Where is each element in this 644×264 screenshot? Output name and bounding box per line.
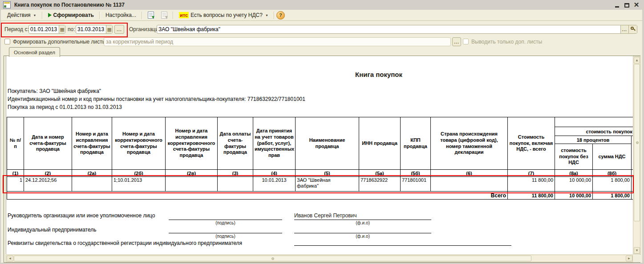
calendar-icon[interactable]: ▦ bbox=[106, 25, 112, 33]
vertical-scroll-thumb[interactable] bbox=[634, 64, 640, 221]
purchase-book-table: № п/п Дата и номер счета-фактуры продавц… bbox=[7, 117, 633, 200]
cell-vat[interactable]: 1 800,00 bbox=[593, 177, 632, 192]
col-header: ИНН продавца bbox=[359, 117, 401, 170]
its-help-button[interactable]: итс Есть вопросы по учету НДС? ▼ bbox=[175, 11, 272, 20]
cell-net[interactable]: 10 000,00 bbox=[555, 177, 593, 192]
scroll-up-icon[interactable]: ▲ bbox=[634, 57, 640, 64]
cell-total-with-vat[interactable]: 11 800,00 bbox=[508, 177, 555, 192]
generate-label: Сформировать bbox=[53, 12, 94, 18]
cell-row-number[interactable]: 1 bbox=[7, 177, 24, 192]
cell-corrective[interactable]: 1;10.01.2013 bbox=[112, 177, 166, 192]
col-code: (3) bbox=[218, 170, 253, 177]
cell-corrective-fix[interactable] bbox=[166, 177, 218, 192]
minimize-icon[interactable] bbox=[614, 2, 620, 8]
totals-net: 10 000,00 bbox=[555, 192, 593, 200]
cell-invoice[interactable]: 24.12.2012;56 bbox=[24, 177, 72, 192]
period-from-input[interactable] bbox=[29, 26, 59, 32]
its-badge: итс bbox=[179, 12, 189, 18]
only-extra-sheets-checkbox[interactable] bbox=[463, 39, 469, 44]
period-more-button[interactable]: ... bbox=[114, 25, 124, 34]
col-header: Дата принятия на учет товаров (работ, ус… bbox=[253, 117, 296, 170]
col-code: (5а) bbox=[359, 170, 401, 177]
report-taxid-line: Идентификационный номер и код причины по… bbox=[8, 96, 305, 102]
entrepreneur-label: Индивидуальный предприниматель bbox=[8, 227, 96, 233]
signature-caption: (подпись) bbox=[169, 220, 282, 225]
restore-values-icon: ▼ bbox=[148, 12, 154, 19]
totals-total-with-vat: 11 800,00 bbox=[508, 192, 555, 200]
settings-button[interactable]: Настройка... bbox=[102, 11, 140, 20]
actions-button[interactable]: Действия ▼ bbox=[4, 11, 40, 20]
thumb-grip bbox=[636, 141, 639, 144]
horizontal-scroll-thumb[interactable] bbox=[14, 256, 531, 261]
tab-label: Основной раздел bbox=[14, 50, 55, 55]
calendar-icon[interactable]: ▦ bbox=[59, 25, 65, 33]
col-code: (4) bbox=[253, 170, 296, 177]
entrepreneur-signature-block: (подпись) bbox=[169, 226, 282, 239]
col-code: (5б) bbox=[401, 170, 431, 177]
col-code: (7) bbox=[508, 170, 555, 177]
head-name: Иванов Сергей Петрович bbox=[294, 212, 431, 220]
maximize-icon[interactable] bbox=[624, 2, 630, 8]
col-code: (2) bbox=[24, 170, 72, 177]
ellipsis-label: ... bbox=[622, 27, 627, 32]
close-icon[interactable]: ✕ bbox=[633, 2, 640, 8]
col-header: Страна происхождения товара (цифровой ко… bbox=[431, 117, 508, 170]
report-period-line: Покупка за период с 01.01.2013 по 31.03.… bbox=[8, 104, 122, 110]
cell-correction[interactable] bbox=[72, 177, 112, 192]
head-signature-label: Руководитель организации или иное уполно… bbox=[8, 212, 155, 219]
col-header: Номер и дата исправления счета-фактуры п… bbox=[72, 117, 112, 170]
signature-line bbox=[169, 226, 282, 233]
period-to-label: по: bbox=[68, 26, 75, 32]
toolbar-separator bbox=[142, 12, 142, 19]
period-to-input[interactable] bbox=[76, 26, 106, 32]
period-to-field[interactable]: ▦ bbox=[76, 25, 113, 34]
group-header-spacer bbox=[555, 117, 633, 127]
period-from-field[interactable]: ▦ bbox=[28, 25, 65, 34]
col-header: КПП продавца bbox=[401, 117, 431, 170]
tab-main-section[interactable]: Основной раздел bbox=[9, 47, 60, 57]
cell-inn[interactable]: 7718632922 bbox=[359, 177, 401, 192]
cell-kpp[interactable]: 771801001 bbox=[401, 177, 431, 192]
col-header: Номер и дата исправления корректировочно… bbox=[166, 117, 218, 170]
vertical-scrollbar[interactable]: ▲ ▼ bbox=[633, 56, 640, 254]
help-icon[interactable]: ? bbox=[276, 11, 285, 20]
scrollbar-corner bbox=[633, 255, 640, 262]
head-name-block: Иванов Сергей Петрович (ф.и.о) bbox=[294, 212, 431, 225]
group-header-rate: 18 процентов bbox=[555, 136, 632, 144]
organization-more-button[interactable]: ... bbox=[620, 25, 628, 33]
scroll-down-icon[interactable]: ▼ bbox=[634, 247, 640, 254]
chevron-down-icon: ▼ bbox=[33, 14, 36, 17]
col-code: (2в) bbox=[166, 170, 218, 177]
ellipsis-label: ... bbox=[117, 27, 122, 32]
col-code: (8б) bbox=[593, 170, 632, 177]
search-icon bbox=[630, 27, 636, 32]
scroll-right-icon[interactable]: ► bbox=[626, 256, 632, 261]
name-caption: (ф.и.о) bbox=[294, 220, 431, 225]
actions-label: Действия bbox=[7, 12, 31, 18]
adjusted-period-more-button[interactable]: ... bbox=[452, 37, 461, 46]
cell-seller[interactable]: ЗАО "Швейная фабрика" bbox=[296, 177, 359, 192]
col-header: № п/п bbox=[7, 117, 24, 170]
cell-country[interactable] bbox=[431, 177, 508, 192]
restore-values-button[interactable]: ▼ bbox=[144, 10, 158, 20]
generate-button[interactable]: Сформировать bbox=[45, 11, 97, 20]
organization-field[interactable]: ... bbox=[157, 25, 637, 34]
report-frame: Книга покупок Покупатель: ЗАО "Швейная ф… bbox=[4, 56, 640, 263]
cell-payment-date[interactable] bbox=[218, 177, 253, 192]
title-bar: Книга покупок по Постановлению № 1137 ✕ bbox=[0, 0, 644, 10]
extra-sheets-label[interactable]: Формировать дополнительные листы bbox=[13, 39, 106, 45]
head-signature-block: (подпись) bbox=[169, 212, 282, 225]
its-question-label: Есть вопросы по учету НДС? bbox=[190, 12, 263, 18]
cell-accept-date[interactable]: 10.01.2013 bbox=[253, 177, 296, 192]
play-icon bbox=[48, 13, 52, 17]
organization-input[interactable] bbox=[157, 26, 620, 32]
scroll-left-icon[interactable]: ◄ bbox=[7, 256, 13, 261]
organization-search-button[interactable] bbox=[628, 25, 637, 33]
report-canvas: Книга покупок Покупатель: ЗАО "Швейная ф… bbox=[6, 56, 633, 254]
save-values-button[interactable]: ▼ bbox=[158, 10, 171, 20]
col-header: Стоимость покупок, включая НДС, - всего bbox=[508, 117, 555, 170]
group-header-cost: стоимость покупок bbox=[555, 127, 633, 136]
save-values-icon: ▼ bbox=[161, 12, 167, 19]
extra-sheets-checkbox[interactable] bbox=[4, 39, 10, 44]
horizontal-scrollbar[interactable]: ◄ ► bbox=[6, 255, 633, 262]
